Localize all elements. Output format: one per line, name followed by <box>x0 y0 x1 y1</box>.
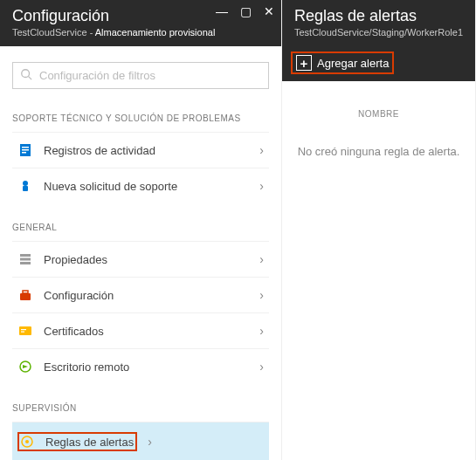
menu-properties[interactable]: Propiedades › <box>12 241 269 277</box>
settings-breadcrumb: TestCloudService - Almacenamiento provis… <box>12 27 269 38</box>
support-icon <box>17 178 33 194</box>
svg-rect-3 <box>22 147 29 148</box>
menu-configuration[interactable]: Configuración › <box>12 277 269 312</box>
menu-label: Escritorio remoto <box>44 360 249 374</box>
plus-icon: + <box>296 55 312 71</box>
menu-activity-logs[interactable]: Registros de actividad › <box>12 132 269 168</box>
svg-rect-12 <box>23 291 28 293</box>
svg-rect-5 <box>22 152 26 154</box>
svg-point-6 <box>23 181 28 186</box>
alerts-breadcrumb: TestCloudService/Staging/WorkerRole1 <box>294 27 463 38</box>
section-monitoring-label: SUPERVISIÓN <box>12 403 269 413</box>
menu-label: Configuración <box>44 289 249 302</box>
menu-label: Registros de actividad <box>44 144 249 157</box>
alerts-command-bar: + Agregar alerta <box>282 46 475 81</box>
activity-log-icon <box>17 142 33 158</box>
menu-certificates[interactable]: Certificados › <box>12 312 269 348</box>
certificate-icon <box>17 323 33 339</box>
alerts-blade: Reglas de alertas TestCloudService/Stagi… <box>282 0 476 460</box>
svg-rect-9 <box>20 258 31 261</box>
maximize-icon[interactable]: ▢ <box>240 5 252 17</box>
svg-point-18 <box>25 440 29 443</box>
remote-desktop-icon <box>17 359 33 374</box>
column-name-header: NOMBRE <box>294 109 463 119</box>
chevron-right-icon: › <box>259 143 264 157</box>
svg-rect-10 <box>20 262 31 264</box>
alert-icon <box>19 434 35 450</box>
properties-icon <box>17 251 33 267</box>
search-input[interactable] <box>39 69 261 82</box>
chevron-right-icon: › <box>259 288 264 302</box>
svg-line-1 <box>29 77 32 80</box>
add-alert-label: Agregar alerta <box>317 57 389 70</box>
svg-rect-8 <box>20 254 31 257</box>
chevron-right-icon: › <box>259 252 264 266</box>
svg-rect-15 <box>21 332 24 333</box>
add-alert-button[interactable]: + Agregar alerta <box>291 51 394 74</box>
chevron-right-icon: › <box>259 360 264 374</box>
section-support-label: SOPORTE TÉCNICO Y SOLUCIÓN DE PROBLEMAS <box>12 113 269 123</box>
search-icon <box>20 68 32 83</box>
settings-header: Configuración TestCloudService - Almacen… <box>0 0 281 46</box>
menu-support-request[interactable]: Nueva solicitud de soporte › <box>12 168 269 203</box>
alerts-header: Reglas de alertas TestCloudService/Stagi… <box>282 0 475 46</box>
svg-rect-11 <box>20 293 31 300</box>
menu-remote-desktop[interactable]: Escritorio remoto › <box>12 348 269 384</box>
menu-alert-rules[interactable]: Reglas de alertas › <box>12 422 269 460</box>
menu-label: Propiedades <box>44 253 249 266</box>
menu-label: Nueva solicitud de soporte <box>44 180 249 193</box>
svg-rect-4 <box>22 149 29 151</box>
close-icon[interactable]: ✕ <box>264 5 274 17</box>
chevron-right-icon: › <box>259 179 264 193</box>
settings-content: SOPORTE TÉCNICO Y SOLUCIÓN DE PROBLEMAS … <box>0 46 281 460</box>
menu-label: Certificados <box>44 325 249 338</box>
svg-rect-7 <box>23 186 28 191</box>
alerts-content: NOMBRE No creó ninguna regla de alerta. <box>282 81 475 460</box>
alert-rules-highlight: Reglas de alertas <box>17 432 137 451</box>
section-general-label: GENERAL <box>12 223 269 232</box>
chevron-right-icon: › <box>148 435 152 449</box>
chevron-right-icon: › <box>259 324 264 338</box>
svg-point-0 <box>22 70 30 78</box>
window-controls: — ▢ ✕ <box>216 5 274 17</box>
settings-search[interactable] <box>12 62 269 89</box>
svg-rect-13 <box>19 326 31 335</box>
alerts-title: Reglas de alertas <box>294 7 463 25</box>
settings-blade: Configuración TestCloudService - Almacen… <box>0 0 282 460</box>
svg-rect-14 <box>21 329 26 330</box>
menu-label: Reglas de alertas <box>45 436 134 449</box>
toolbox-icon <box>17 287 33 303</box>
minimize-icon[interactable]: — <box>216 5 228 17</box>
alerts-empty-message: No creó ninguna regla de alerta. <box>294 145 463 158</box>
